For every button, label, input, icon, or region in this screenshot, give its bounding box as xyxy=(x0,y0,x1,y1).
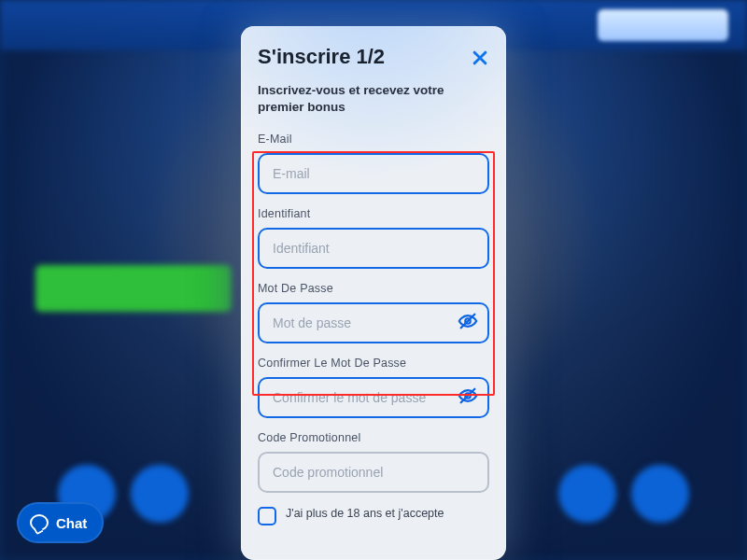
close-button[interactable] xyxy=(469,49,491,71)
confirm-password-field[interactable] xyxy=(258,377,489,418)
chat-label: Chat xyxy=(56,515,87,531)
age-terms-text: J'ai plus de 18 ans et j'accepte xyxy=(286,506,444,521)
top-right-button-blur xyxy=(598,9,728,41)
age-terms-checkbox[interactable] xyxy=(258,507,276,525)
eye-off-icon xyxy=(458,311,478,335)
modal-subtitle: Inscrivez-vous et recevez votre premier … xyxy=(258,82,489,116)
eye-off-icon xyxy=(458,385,478,410)
hero-cta-blur xyxy=(35,265,232,312)
confirm-password-visibility-toggle[interactable] xyxy=(456,385,480,410)
confirm-password-label: Confirmer Le Mot De Passe xyxy=(258,357,489,370)
feature-circle xyxy=(558,465,616,523)
email-label: E-Mail xyxy=(258,133,489,146)
password-label: Mot De Passe xyxy=(258,282,489,295)
email-field[interactable] xyxy=(258,153,489,194)
username-field[interactable] xyxy=(258,228,489,269)
password-field[interactable] xyxy=(258,302,489,343)
feature-circle xyxy=(631,465,689,523)
feature-circle xyxy=(131,465,189,523)
password-visibility-toggle[interactable] xyxy=(456,311,480,335)
signup-modal: S'inscrire 1/2 Inscrivez-vous et recevez… xyxy=(241,26,506,560)
live-chat-button[interactable]: Chat xyxy=(17,502,104,543)
close-icon xyxy=(471,49,489,71)
modal-title: S'inscrire 1/2 xyxy=(258,45,489,69)
signup-form: E-Mail Identifiant Mot De Passe xyxy=(258,133,489,525)
promo-code-label: Code Promotionnel xyxy=(258,431,489,444)
chat-icon xyxy=(30,514,49,531)
promo-code-field[interactable] xyxy=(258,452,489,493)
username-label: Identifiant xyxy=(258,207,489,220)
